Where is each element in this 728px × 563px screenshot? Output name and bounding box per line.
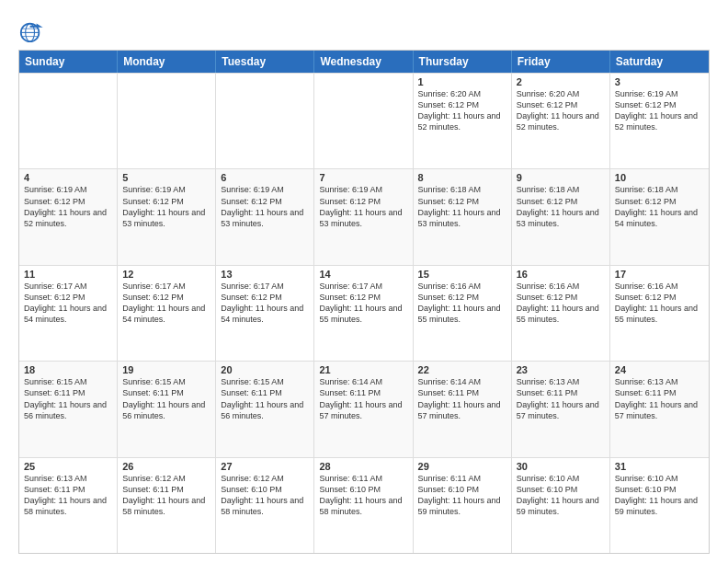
cell-info: Sunrise: 6:14 AM Sunset: 6:11 PM Dayligh… [418, 376, 506, 421]
day-number: 5 [122, 172, 210, 183]
cell-info: Sunrise: 6:13 AM Sunset: 6:11 PM Dayligh… [517, 376, 605, 421]
day-number: 31 [615, 461, 704, 472]
svg-marker-6 [37, 24, 43, 28]
day-number: 24 [615, 364, 704, 375]
svg-rect-7 [30, 26, 37, 28]
calendar-week: 25Sunrise: 6:13 AM Sunset: 6:11 PM Dayli… [19, 457, 709, 553]
day-number: 15 [418, 269, 506, 280]
cell-info: Sunrise: 6:16 AM Sunset: 6:12 PM Dayligh… [418, 281, 506, 326]
calendar-week: 1Sunrise: 6:20 AM Sunset: 6:12 PM Daylig… [19, 73, 709, 168]
cell-info: Sunrise: 6:18 AM Sunset: 6:12 PM Dayligh… [615, 184, 704, 229]
day-number: 23 [517, 364, 605, 375]
calendar-cell: 5Sunrise: 6:19 AM Sunset: 6:12 PM Daylig… [118, 169, 216, 264]
cell-info: Sunrise: 6:16 AM Sunset: 6:12 PM Dayligh… [615, 281, 704, 326]
logo-icon [18, 18, 44, 44]
cell-info: Sunrise: 6:11 AM Sunset: 6:10 PM Dayligh… [319, 473, 407, 518]
calendar-cell: 18Sunrise: 6:15 AM Sunset: 6:11 PM Dayli… [19, 362, 118, 456]
calendar-cell: 31Sunrise: 6:10 AM Sunset: 6:10 PM Dayli… [610, 458, 709, 553]
calendar-cell [118, 74, 216, 168]
calendar-cell: 8Sunrise: 6:18 AM Sunset: 6:12 PM Daylig… [414, 169, 512, 264]
cell-info: Sunrise: 6:20 AM Sunset: 6:12 PM Dayligh… [418, 88, 506, 133]
calendar-cell: 13Sunrise: 6:17 AM Sunset: 6:12 PM Dayli… [216, 266, 314, 361]
calendar-cell: 26Sunrise: 6:12 AM Sunset: 6:11 PM Dayli… [118, 458, 216, 553]
day-number: 20 [221, 364, 309, 375]
logo [18, 18, 48, 44]
cell-info: Sunrise: 6:17 AM Sunset: 6:12 PM Dayligh… [319, 281, 407, 326]
calendar-cell: 1Sunrise: 6:20 AM Sunset: 6:12 PM Daylig… [414, 74, 512, 168]
cell-info: Sunrise: 6:15 AM Sunset: 6:11 PM Dayligh… [122, 376, 210, 421]
day-number: 13 [221, 269, 309, 280]
calendar-cell: 10Sunrise: 6:18 AM Sunset: 6:12 PM Dayli… [610, 169, 709, 264]
cell-info: Sunrise: 6:18 AM Sunset: 6:12 PM Dayligh… [517, 184, 605, 229]
cell-info: Sunrise: 6:12 AM Sunset: 6:11 PM Dayligh… [122, 473, 210, 518]
cell-info: Sunrise: 6:17 AM Sunset: 6:12 PM Dayligh… [221, 281, 309, 326]
day-number: 7 [319, 172, 407, 183]
day-number: 11 [24, 269, 112, 280]
cell-info: Sunrise: 6:11 AM Sunset: 6:10 PM Dayligh… [418, 473, 506, 518]
calendar-day-header: Tuesday [216, 51, 314, 73]
day-number: 26 [122, 461, 210, 472]
cell-info: Sunrise: 6:17 AM Sunset: 6:12 PM Dayligh… [24, 281, 112, 326]
calendar-cell [314, 74, 413, 168]
cell-info: Sunrise: 6:19 AM Sunset: 6:12 PM Dayligh… [24, 184, 112, 229]
cell-info: Sunrise: 6:16 AM Sunset: 6:12 PM Dayligh… [517, 281, 605, 326]
day-number: 19 [122, 364, 210, 375]
day-number: 29 [418, 461, 506, 472]
day-number: 25 [24, 461, 112, 472]
day-number: 1 [418, 76, 506, 87]
header [18, 15, 710, 44]
calendar-cell: 15Sunrise: 6:16 AM Sunset: 6:12 PM Dayli… [414, 266, 512, 361]
calendar-cell: 21Sunrise: 6:14 AM Sunset: 6:11 PM Dayli… [314, 362, 413, 456]
calendar-cell: 20Sunrise: 6:15 AM Sunset: 6:11 PM Dayli… [216, 362, 314, 456]
calendar-cell: 4Sunrise: 6:19 AM Sunset: 6:12 PM Daylig… [19, 169, 118, 264]
cell-info: Sunrise: 6:18 AM Sunset: 6:12 PM Dayligh… [418, 184, 506, 229]
calendar-week: 4Sunrise: 6:19 AM Sunset: 6:12 PM Daylig… [19, 168, 709, 264]
cell-info: Sunrise: 6:17 AM Sunset: 6:12 PM Dayligh… [122, 281, 210, 326]
day-number: 14 [319, 269, 407, 280]
svg-rect-0 [18, 18, 44, 44]
calendar-cell: 14Sunrise: 6:17 AM Sunset: 6:12 PM Dayli… [314, 266, 413, 361]
day-number: 2 [517, 76, 605, 87]
calendar-day-header: Saturday [610, 51, 709, 73]
day-number: 12 [122, 269, 210, 280]
cell-info: Sunrise: 6:20 AM Sunset: 6:12 PM Dayligh… [517, 88, 605, 133]
day-number: 28 [319, 461, 407, 472]
cell-info: Sunrise: 6:13 AM Sunset: 6:11 PM Dayligh… [615, 376, 704, 421]
calendar-cell: 11Sunrise: 6:17 AM Sunset: 6:12 PM Dayli… [19, 266, 118, 361]
calendar-cell: 3Sunrise: 6:19 AM Sunset: 6:12 PM Daylig… [610, 74, 709, 168]
calendar-cell: 12Sunrise: 6:17 AM Sunset: 6:12 PM Dayli… [118, 266, 216, 361]
calendar-day-header: Thursday [414, 51, 512, 73]
cell-info: Sunrise: 6:19 AM Sunset: 6:12 PM Dayligh… [221, 184, 309, 229]
calendar-cell: 29Sunrise: 6:11 AM Sunset: 6:10 PM Dayli… [414, 458, 512, 553]
day-number: 30 [517, 461, 605, 472]
calendar-day-header: Friday [512, 51, 610, 73]
calendar-cell [216, 74, 314, 168]
day-number: 4 [24, 172, 112, 183]
page: SundayMondayTuesdayWednesdayThursdayFrid… [0, 0, 728, 563]
cell-info: Sunrise: 6:10 AM Sunset: 6:10 PM Dayligh… [517, 473, 605, 518]
day-number: 8 [418, 172, 506, 183]
calendar-cell: 22Sunrise: 6:14 AM Sunset: 6:11 PM Dayli… [414, 362, 512, 456]
calendar-cell: 30Sunrise: 6:10 AM Sunset: 6:10 PM Dayli… [512, 458, 610, 553]
calendar-cell: 2Sunrise: 6:20 AM Sunset: 6:12 PM Daylig… [512, 74, 610, 168]
cell-info: Sunrise: 6:13 AM Sunset: 6:11 PM Dayligh… [24, 473, 112, 518]
cell-info: Sunrise: 6:19 AM Sunset: 6:12 PM Dayligh… [319, 184, 407, 229]
calendar-cell: 19Sunrise: 6:15 AM Sunset: 6:11 PM Dayli… [118, 362, 216, 456]
cell-info: Sunrise: 6:19 AM Sunset: 6:12 PM Dayligh… [122, 184, 210, 229]
cell-info: Sunrise: 6:12 AM Sunset: 6:10 PM Dayligh… [221, 473, 309, 518]
cell-info: Sunrise: 6:15 AM Sunset: 6:11 PM Dayligh… [221, 376, 309, 421]
calendar-body: 1Sunrise: 6:20 AM Sunset: 6:12 PM Daylig… [19, 73, 709, 553]
calendar-week: 18Sunrise: 6:15 AM Sunset: 6:11 PM Dayli… [19, 361, 709, 456]
day-number: 18 [24, 364, 112, 375]
calendar-day-header: Monday [118, 51, 216, 73]
cell-info: Sunrise: 6:14 AM Sunset: 6:11 PM Dayligh… [319, 376, 407, 421]
day-number: 22 [418, 364, 506, 375]
calendar-cell: 16Sunrise: 6:16 AM Sunset: 6:12 PM Dayli… [512, 266, 610, 361]
calendar-day-header: Wednesday [314, 51, 413, 73]
calendar-cell [19, 74, 118, 168]
day-number: 17 [615, 269, 704, 280]
calendar-cell: 6Sunrise: 6:19 AM Sunset: 6:12 PM Daylig… [216, 169, 314, 264]
cell-info: Sunrise: 6:15 AM Sunset: 6:11 PM Dayligh… [24, 376, 112, 421]
calendar-header: SundayMondayTuesdayWednesdayThursdayFrid… [19, 51, 709, 73]
calendar-cell: 28Sunrise: 6:11 AM Sunset: 6:10 PM Dayli… [314, 458, 413, 553]
